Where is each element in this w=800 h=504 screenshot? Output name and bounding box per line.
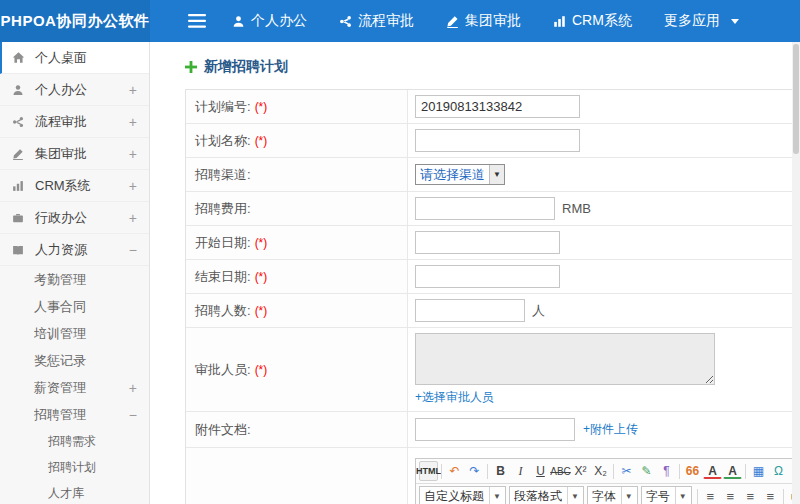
- nav-label: 个人办公: [251, 12, 307, 30]
- approver-textarea[interactable]: [415, 333, 715, 385]
- channel-select-value: 请选择渠道: [416, 166, 489, 184]
- sidebar-item-attendance-management[interactable]: 考勤管理: [0, 266, 149, 293]
- bold-button[interactable]: B: [491, 461, 510, 481]
- label-text: 结束日期:: [195, 268, 251, 286]
- scrollbar-thumb[interactable]: [793, 44, 799, 154]
- editor-html-button[interactable]: HTML: [419, 461, 438, 481]
- align-justify-button[interactable]: ≡: [761, 487, 780, 504]
- toolbar-separator: [441, 464, 442, 479]
- align-right-button[interactable]: ≡: [741, 487, 760, 504]
- cut-icon[interactable]: ✂: [617, 461, 636, 481]
- font-color-button[interactable]: A: [703, 463, 722, 479]
- paragraph-format-select[interactable]: 段落格式 ▼: [509, 486, 584, 504]
- select-approver-link[interactable]: +选择审批人员: [415, 389, 494, 406]
- undo-icon[interactable]: ↶: [445, 461, 464, 481]
- toolbar-separator: [745, 464, 746, 479]
- select-arrow-icon: ▼: [489, 165, 504, 184]
- table-icon[interactable]: ▦: [749, 461, 768, 481]
- underline-button[interactable]: U: [531, 461, 550, 481]
- nav-item-personal-office[interactable]: 个人办公: [232, 12, 307, 30]
- italic-button[interactable]: I: [511, 461, 530, 481]
- align-left-button[interactable]: ≡: [701, 487, 720, 504]
- label-text: 审批人员:: [195, 361, 251, 379]
- field-label: 招聘渠道:: [186, 158, 408, 191]
- fee-unit: RMB: [562, 201, 591, 216]
- required-mark: (*): [255, 100, 268, 114]
- superscript-button[interactable]: X²: [571, 461, 590, 481]
- redo-icon[interactable]: ↷: [465, 461, 484, 481]
- end-date-input[interactable]: [415, 265, 560, 288]
- strikethrough-button[interactable]: ABC: [551, 461, 570, 481]
- field-label: 附件文档:: [186, 412, 408, 447]
- sidebar-item-personnel-contract[interactable]: 人事合同: [0, 293, 149, 320]
- nav-item-group-approval[interactable]: 集团审批: [446, 12, 521, 30]
- editor-toolbar-row1: HTML ↶ ↷ B I U ABC X² X₂ ✂ ✎: [416, 459, 792, 484]
- sidebar-item-reward-punishment[interactable]: 奖惩记录: [0, 347, 149, 374]
- sidebar-item-crm-system[interactable]: CRM系统 +: [0, 170, 149, 202]
- app-logo: PHPOA协同办公软件: [0, 0, 150, 42]
- top-nav: 个人办公 流程审批 集团审批 CRM系统 更多应用: [232, 12, 739, 30]
- plan-name-input[interactable]: [415, 129, 580, 152]
- sidebar-item-recruitment-demand[interactable]: 招聘需求: [0, 428, 149, 454]
- font-family-select[interactable]: 字体 ▼: [587, 486, 638, 504]
- collapse-toggle[interactable]: −: [125, 407, 137, 423]
- attachment-input[interactable]: [415, 418, 575, 441]
- sidebar-item-label: 薪资管理: [34, 379, 125, 397]
- nav-item-crm-system[interactable]: CRM系统: [553, 12, 632, 30]
- sidebar-item-recruitment-management[interactable]: 招聘管理 −: [0, 401, 149, 428]
- headcount-input[interactable]: [415, 299, 525, 322]
- expand-toggle[interactable]: +: [125, 380, 137, 396]
- sidebar-item-label: 招聘计划: [48, 459, 137, 476]
- field-label: 计划编号: (*): [186, 90, 408, 123]
- sidebar-item-workflow-approval[interactable]: 流程审批 +: [0, 106, 149, 138]
- sidebar-item-label: 行政办公: [35, 209, 125, 227]
- font-size-select[interactable]: 字号 ▼: [641, 486, 692, 504]
- expand-toggle[interactable]: +: [125, 114, 137, 130]
- expand-toggle[interactable]: +: [125, 82, 137, 98]
- heading-select[interactable]: 自定义标题 ▼: [419, 486, 506, 504]
- sidebar-item-group-approval[interactable]: 集团审批 +: [0, 138, 149, 170]
- fee-input[interactable]: [415, 197, 555, 220]
- collapse-toggle[interactable]: −: [125, 242, 137, 258]
- sidebar-item-label: 人事合同: [34, 298, 125, 316]
- sidebar-item-personal-office[interactable]: 个人办公 +: [0, 74, 149, 106]
- sidebar-item-label: 个人桌面: [35, 49, 125, 67]
- start-date-input[interactable]: [415, 231, 560, 254]
- sidebar-item-recruitment-plan[interactable]: 招聘计划: [0, 454, 149, 480]
- sidebar-item-talent-pool[interactable]: 人才库: [0, 480, 149, 504]
- sidebar-item-personal-desktop[interactable]: 个人桌面: [0, 42, 149, 74]
- sidebar-item-admin-office[interactable]: 行政办公 +: [0, 202, 149, 234]
- bar-chart-icon: [12, 180, 29, 192]
- rich-text-editor: HTML ↶ ↷ B I U ABC X² X₂ ✂ ✎: [415, 458, 793, 504]
- person-icon: [12, 84, 29, 96]
- attachment-upload-link[interactable]: +附件上传: [583, 421, 638, 438]
- expand-toggle[interactable]: +: [125, 146, 137, 162]
- nav-label: 流程审批: [358, 12, 414, 30]
- form-row-plan-name: 计划名称: (*): [186, 124, 800, 158]
- blockquote-button[interactable]: 66: [683, 461, 702, 481]
- highlight-color-button[interactable]: A: [723, 463, 742, 479]
- plan-no-input[interactable]: [415, 95, 580, 118]
- subscript-button[interactable]: X₂: [591, 461, 610, 481]
- home-icon: [12, 51, 29, 64]
- sidebar-item-salary-management[interactable]: 薪资管理 +: [0, 374, 149, 401]
- vertical-scrollbar[interactable]: [792, 42, 800, 504]
- paragraph-mark-icon[interactable]: ¶: [657, 461, 676, 481]
- nav-item-workflow-approval[interactable]: 流程审批: [339, 12, 414, 30]
- label-text: 计划名称:: [195, 132, 251, 150]
- label-text: 附件文档:: [195, 421, 251, 439]
- sidebar-item-training-management[interactable]: 培训管理: [0, 320, 149, 347]
- hamburger-menu-icon[interactable]: [188, 14, 206, 28]
- required-mark: (*): [255, 363, 268, 377]
- sidebar-item-human-resources[interactable]: 人力资源 −: [0, 234, 149, 266]
- expand-toggle[interactable]: +: [125, 178, 137, 194]
- format-brush-icon[interactable]: ✎: [637, 461, 656, 481]
- expand-toggle[interactable]: +: [125, 210, 137, 226]
- special-char-button[interactable]: Ω: [769, 461, 788, 481]
- nav-item-more-apps[interactable]: 更多应用: [664, 12, 739, 30]
- align-center-button[interactable]: ≡: [721, 487, 740, 504]
- toolbar-separator: [613, 464, 614, 479]
- heading-select-value: 自定义标题: [424, 488, 484, 504]
- channel-select[interactable]: 请选择渠道 ▼: [415, 164, 505, 185]
- hr-submenu: 考勤管理 人事合同 培训管理 奖惩记录 薪资管理 + 招聘管理 −: [0, 266, 149, 428]
